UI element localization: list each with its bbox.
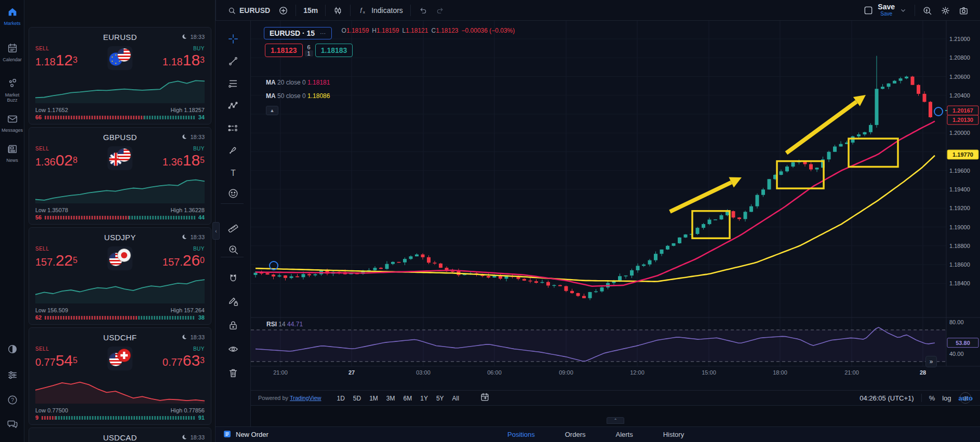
undo-button[interactable] bbox=[414, 4, 432, 17]
tool-eye-icon[interactable] bbox=[224, 340, 242, 358]
interval-button[interactable]: 15m bbox=[299, 4, 322, 17]
sidebar-item-markets[interactable]: Markets bbox=[0, 6, 24, 26]
moon-icon bbox=[181, 233, 187, 241]
compare-add-button[interactable] bbox=[274, 4, 292, 18]
tool-trendline-icon[interactable] bbox=[224, 52, 242, 70]
tab-orders[interactable]: Orders bbox=[564, 429, 587, 440]
sentiment-bar: 5644 bbox=[35, 214, 205, 220]
sidebar-item-calendar[interactable]: Calendar bbox=[0, 43, 24, 62]
new-order-button[interactable]: New Order bbox=[223, 430, 269, 440]
svg-text:15:00: 15:00 bbox=[702, 369, 716, 376]
legend-collapse-button[interactable]: ▲ bbox=[266, 106, 278, 115]
buy-price[interactable]: 0.77633 bbox=[163, 353, 205, 370]
percent-scale-button[interactable]: % bbox=[929, 394, 935, 402]
svg-text:1.18400: 1.18400 bbox=[949, 280, 970, 286]
tool-text-icon[interactable]: T bbox=[224, 164, 242, 182]
ma50-legend-row: MA 50 close 0 1.18086 bbox=[266, 92, 330, 100]
range-1d-button[interactable]: 1D bbox=[333, 393, 349, 404]
tool-pencil-lock-icon[interactable] bbox=[224, 293, 242, 310]
bottom-panel-collapse[interactable]: ⌃ bbox=[607, 417, 624, 424]
indicators-button[interactable]: ƒxIndicators bbox=[354, 3, 407, 18]
tab-positions[interactable]: Positions bbox=[506, 429, 536, 440]
moon-icon bbox=[181, 133, 187, 141]
sell-label: SELL bbox=[35, 146, 49, 151]
buy-button[interactable]: 1.18183 bbox=[315, 44, 353, 57]
buy-label: BUY bbox=[193, 346, 205, 352]
scroll-right-button[interactable]: » bbox=[925, 356, 937, 367]
tradingview-link[interactable]: TradingView bbox=[290, 395, 321, 401]
svg-text:RSI 14 44.71: RSI 14 44.71 bbox=[266, 321, 303, 328]
day-low: Low 0.77500 bbox=[35, 407, 68, 413]
camera-icon[interactable] bbox=[955, 4, 973, 18]
sell-price[interactable]: 1.36028 bbox=[35, 153, 77, 170]
chart-style-button[interactable] bbox=[329, 4, 347, 18]
buy-price[interactable]: 1.18183 bbox=[163, 52, 205, 70]
tool-fib-icon[interactable] bbox=[224, 75, 242, 92]
tool-magnet-icon[interactable] bbox=[224, 270, 242, 287]
tool-ruler-icon[interactable] bbox=[224, 218, 242, 236]
range-1y-button[interactable]: 1Y bbox=[416, 393, 432, 404]
tab-history[interactable]: History bbox=[662, 429, 685, 440]
tool-pattern-icon[interactable] bbox=[224, 97, 242, 115]
save-button[interactable]: SaveSave bbox=[878, 4, 895, 17]
svg-text:1.19400: 1.19400 bbox=[949, 186, 970, 192]
log-scale-button[interactable]: log bbox=[942, 394, 951, 402]
range-6m-button[interactable]: 6M bbox=[399, 393, 417, 404]
drawing-toolbar: ‹ T bbox=[216, 21, 251, 442]
tab-alerts[interactable]: Alerts bbox=[614, 429, 634, 440]
sidebar-item-messages[interactable]: Messages bbox=[0, 113, 24, 133]
sidebar-item-news[interactable]: News bbox=[0, 143, 24, 163]
watchlist-card-usdjpy[interactable]: USDJPY18:33SELL157.225BUY157.260Low 156.… bbox=[29, 227, 211, 325]
tool-lock-icon[interactable] bbox=[224, 316, 242, 334]
range-3m-button[interactable]: 3M bbox=[382, 393, 399, 404]
tool-smiley-icon[interactable] bbox=[224, 185, 242, 202]
buy-price[interactable]: 1.36185 bbox=[163, 153, 205, 170]
sidebar-item-market-buzz[interactable]: Market Buzz bbox=[0, 78, 24, 103]
sidebar-contrast-icon[interactable] bbox=[0, 343, 24, 355]
legend-more-icon[interactable]: ⋯ bbox=[320, 30, 326, 37]
sidebar-help-icon[interactable]: ? bbox=[0, 394, 24, 406]
layout-button[interactable] bbox=[859, 3, 878, 18]
watchlist-card-usdcad[interactable]: USDCAD18:33 bbox=[29, 427, 211, 442]
range-5d-button[interactable]: 5D bbox=[349, 393, 365, 404]
quick-search-icon[interactable] bbox=[918, 4, 936, 18]
sell-price[interactable]: 0.77545 bbox=[35, 353, 77, 370]
watchlist-collapse-handle[interactable]: ‹ bbox=[212, 222, 220, 240]
save-menu-chevron[interactable] bbox=[895, 4, 911, 17]
tool-trash-icon[interactable] bbox=[224, 364, 242, 382]
spread-indicator: 6 1 bbox=[305, 44, 313, 57]
buy-price[interactable]: 157.260 bbox=[163, 253, 205, 270]
range-5y-button[interactable]: 5Y bbox=[432, 393, 448, 404]
sell-button[interactable]: 1.18123 bbox=[265, 44, 303, 57]
legend-symbol-box[interactable]: EURUSD · 15 ⋯ bbox=[264, 27, 332, 39]
sell-price[interactable]: 1.18123 bbox=[35, 52, 77, 70]
svg-text:1.20600: 1.20600 bbox=[949, 74, 970, 80]
tool-brush-icon[interactable] bbox=[224, 142, 242, 159]
tool-zoom-in-icon[interactable] bbox=[224, 241, 242, 258]
legend-symbol: EURUSD · 15 bbox=[270, 29, 315, 37]
sentiment-bar: 991 bbox=[35, 415, 205, 421]
range-all-button[interactable]: All bbox=[448, 393, 463, 404]
sidebar-sliders-icon[interactable] bbox=[0, 369, 24, 381]
sidebar-chat-icon[interactable] bbox=[0, 418, 24, 430]
clock: 04:26:05 (UTC+1) bbox=[860, 394, 914, 402]
session-time: 18:33 bbox=[190, 234, 205, 240]
gear-icon[interactable] bbox=[936, 4, 955, 18]
nav-rail: MarketsCalendarMarket BuzzMessagesNews? bbox=[0, 0, 24, 442]
svg-text:?: ? bbox=[11, 397, 14, 403]
redo-button[interactable] bbox=[432, 4, 449, 17]
svg-text:T: T bbox=[231, 169, 236, 177]
watchlist-card-eurusd[interactable]: EURUSD18:33SELL1.18123BUY1.18183Low 1.17… bbox=[29, 27, 211, 125]
pair-flags bbox=[108, 246, 132, 270]
price-chart[interactable]: 1.210001.208001.206001.204001.200001.196… bbox=[251, 21, 980, 390]
tool-forecast-icon[interactable] bbox=[224, 119, 242, 137]
watchlist-card-gbpusd[interactable]: GBPUSD18:33SELL1.36028BUY1.36185Low 1.35… bbox=[29, 127, 211, 225]
go-to-realtime-button[interactable]: ◎ bbox=[960, 392, 971, 404]
moon-icon bbox=[181, 434, 187, 441]
sell-price[interactable]: 157.225 bbox=[35, 253, 77, 270]
symbol-search-button[interactable]: EURUSD bbox=[223, 4, 274, 17]
calendar-go-icon[interactable] bbox=[476, 391, 494, 405]
tool-crosshair-icon[interactable] bbox=[224, 30, 242, 48]
range-1m-button[interactable]: 1M bbox=[365, 393, 382, 404]
watchlist-card-usdchf[interactable]: USDCHF18:33SELL0.77545BUY0.77633Low 0.77… bbox=[29, 327, 211, 425]
